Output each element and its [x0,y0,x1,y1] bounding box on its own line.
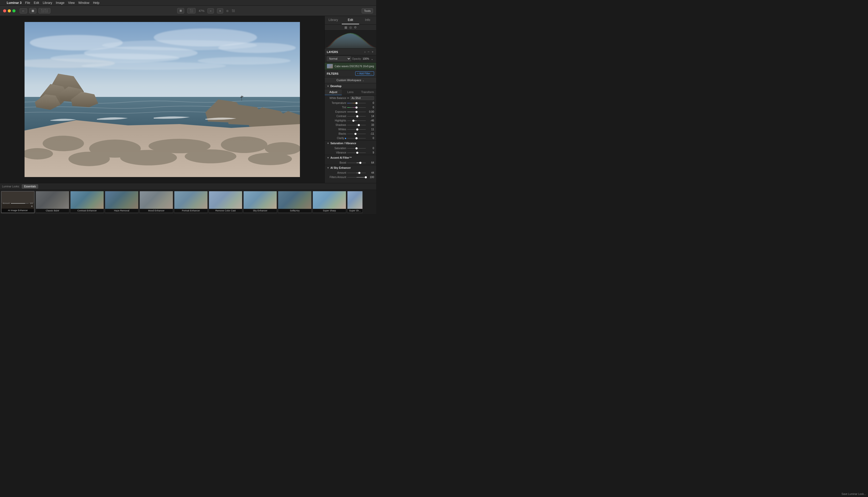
clarity-track[interactable] [347,138,366,139]
settings-icon[interactable]: ⚙ [354,26,357,29]
opacity-chevron[interactable]: ⌄ [370,57,374,61]
blacks-track[interactable] [347,133,366,134]
view-grid-button[interactable]: ▦ [29,8,37,13]
accent-ai-section: ▼ Accent AI Filter™ Boost 64 [325,155,376,165]
zoom-in-button[interactable]: + [217,8,223,13]
look-label-contrast: Contrast Enhancer [71,209,104,212]
ai-sky-amount-label: Amount [327,171,346,174]
info-icon[interactable]: ⬛ [232,9,235,12]
filmstrip-items: Amount 100 AI Image Enhancer ★ Classic B… [0,190,376,214]
look-item-classic-bw[interactable]: Classic B&W [35,191,69,213]
sub-tab-adjust[interactable]: Adjust [325,89,342,95]
layers-collapse-button[interactable]: › [364,50,366,54]
ai-sky-filters-track[interactable] [347,177,366,178]
tab-library[interactable]: Library [325,16,342,24]
menu-library[interactable]: Library [43,1,52,5]
amount-value: 100 [30,202,33,204]
develop-header[interactable]: ▼ Develop [325,83,376,89]
look-item-mood-enhancer[interactable]: Mood Enhancer [140,191,173,213]
accent-ai-header[interactable]: ▼ Accent AI Filter™ [325,155,376,160]
layer-item[interactable]: Cabo waves DSC05176 16x9.jpeg [325,62,376,70]
add-filter-button[interactable]: + Add Filter... [355,71,374,76]
contrast-track[interactable] [347,116,366,116]
look-item-remove-color-cast[interactable]: Remove Color Cast [209,191,242,213]
look-item-haze-removal[interactable]: Haze Removal [105,191,139,213]
view-split-button[interactable]: ⬛⬛ [39,8,50,13]
temperature-label: Temperature [327,102,346,104]
essentials-tab[interactable]: Essentials [22,184,38,189]
svg-point-29 [185,150,236,164]
layers-plus-button[interactable]: + [371,50,374,54]
look-item-contrast-enhancer[interactable]: Contrast Enhancer [70,191,104,213]
canvas-area[interactable] [0,16,324,183]
toolbar-right: Tools [362,8,373,13]
boost-track[interactable] [347,162,366,163]
maximize-button[interactable] [12,9,15,12]
sub-tab-transform[interactable]: Transform [359,89,376,95]
highlights-track[interactable] [347,120,366,121]
before-after-icon[interactable]: ◎ [226,9,229,12]
ai-sky-amount-track[interactable] [347,173,366,173]
opacity-label: Opacity: [352,57,362,60]
whites-track[interactable] [347,129,366,130]
white-balance-selector[interactable]: As Shot [350,96,374,100]
temperature-track[interactable] [347,103,366,103]
saturation-vibrance-header[interactable]: ▼ Saturation / Vibrance [325,141,376,146]
menu-view[interactable]: View [68,1,75,5]
saturation-track[interactable] [347,148,366,148]
minimize-button[interactable] [8,9,11,12]
look-item-super-sharp[interactable]: Super Sharp [313,191,346,213]
develop-title: Develop [330,85,342,88]
tools-button[interactable]: Tools [362,8,373,13]
menu-edit[interactable]: Edit [34,1,39,5]
menu-image[interactable]: Image [56,1,64,5]
highlights-value: -46 [367,119,374,122]
close-button[interactable] [3,9,6,12]
nav-back-button[interactable]: ← [20,8,27,13]
menu-help[interactable]: Help [93,1,100,5]
look-item-portrait-enhancer[interactable]: Portrait Enhancer [174,191,208,213]
clarity-label: Clarity [327,137,346,140]
amount-slider[interactable] [11,203,29,204]
compare-button[interactable]: ⬛ [187,8,196,13]
highlights-slider-row: Highlights -46 [325,118,376,123]
look-item-extra[interactable]: Super Sh... [347,191,363,213]
ai-sky-header[interactable]: ▼ AI Sky Enhancer [325,165,376,171]
star-icon[interactable]: ★ [31,205,33,208]
look-thumb-classic-bw [36,191,69,209]
workspace-dropdown[interactable]: Custom Workspace ⌄ [325,77,376,83]
eyedropper-icon[interactable]: ✏ [347,97,349,100]
filters-section-header: FILTERS + Add Filter... [325,70,376,77]
exposure-track[interactable] [347,112,366,112]
menu-file[interactable]: File [25,1,30,5]
layers-minus-button[interactable]: − [367,50,370,54]
layer-blend-mode[interactable]: Normal [327,56,351,61]
tint-value: 0 [367,106,374,109]
luminar-looks-label: Luminar Looks: [2,185,20,188]
clarity-slider-row: Clarity 0 [325,136,376,140]
shadows-label: Shadows [327,124,346,126]
vibrance-track[interactable] [347,153,366,153]
ai-sky-chevron-icon: ▼ [327,167,329,169]
sub-tab-lens[interactable]: Lens [342,89,359,95]
look-label-sky: Sky Enhancer [244,209,277,212]
tint-track[interactable] [347,107,366,108]
look-item-sky-enhancer[interactable]: Sky Enhancer [243,191,277,213]
shadows-value: 33 [367,124,374,126]
look-item-soft-airy[interactable]: Soft&Airy [278,191,312,213]
workspace-label: Custom Workspace [337,79,361,82]
boost-label: Boost [327,161,346,164]
menu-window[interactable]: Window [78,1,89,5]
look-thumb-sky [244,191,277,209]
tab-edit[interactable]: Edit [342,16,359,24]
svg-point-24 [221,137,267,153]
compare-icon[interactable]: ◎ [349,26,352,29]
look-item-ai-image-enhancer[interactable]: Amount 100 AI Image Enhancer ★ [1,191,34,213]
histogram-icon[interactable]: ▦ [344,26,347,29]
traffic-lights [3,9,15,12]
zoom-out-button[interactable]: − [207,8,214,13]
shadows-track[interactable] [347,125,366,125]
view-mode-button[interactable]: ⊞ [177,8,184,13]
tab-info[interactable]: Info [359,16,376,24]
exposure-label: Exposure [327,110,346,113]
